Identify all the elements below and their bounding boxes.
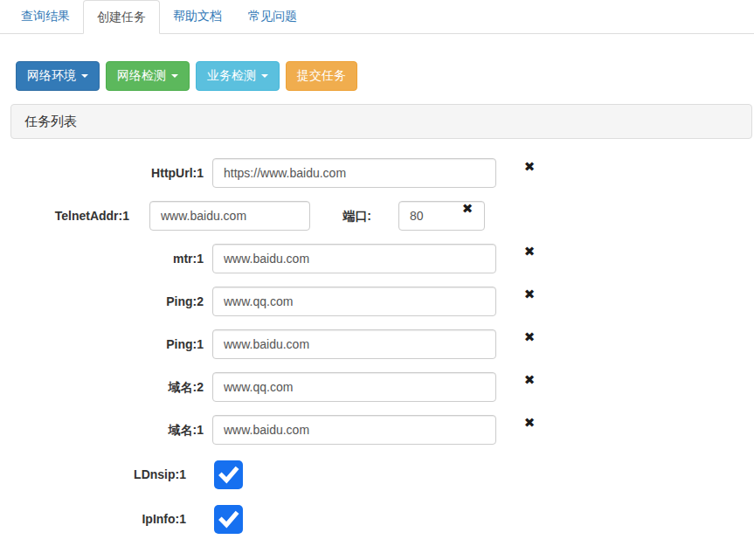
tab-create-task[interactable]: 创建任务 (83, 0, 160, 34)
checkmark-icon (217, 508, 240, 531)
network-env-dropdown-button[interactable]: 网络环境 (16, 61, 100, 91)
ipinfo-checkbox-checked[interactable] (214, 505, 243, 534)
network-env-button-label: 网络环境 (27, 68, 76, 84)
field-label-domain1: 域名:1 (0, 415, 204, 445)
checkmark-icon (217, 463, 240, 487)
mtr-input[interactable] (212, 244, 496, 273)
app-window: 查询结果 创建任务 帮助文档 常见问题 网络环境 网络检测 业务检测 提交任务 … (0, 0, 754, 560)
caret-down-icon (81, 74, 88, 78)
submit-task-button-label: 提交任务 (297, 68, 346, 84)
remove-row-icon[interactable]: ✖ (522, 245, 537, 259)
business-check-button-label: 业务检测 (207, 68, 256, 84)
ldnsip-checkbox-checked[interactable] (214, 460, 243, 489)
ping1-input[interactable] (212, 329, 496, 359)
network-check-dropdown-button[interactable]: 网络检测 (106, 61, 190, 91)
domain2-input[interactable] (212, 372, 496, 402)
submit-task-button[interactable]: 提交任务 (286, 61, 357, 91)
toolbar: 网络环境 网络检测 业务检测 提交任务 (16, 61, 754, 91)
telnetaddr-input[interactable] (149, 201, 310, 231)
caret-down-icon (261, 74, 268, 78)
task-list-panel-heading: 任务列表 (10, 104, 752, 139)
tab-bar: 查询结果 创建任务 帮助文档 常见问题 (0, 0, 754, 34)
remove-row-icon[interactable]: ✖ (522, 160, 537, 174)
business-check-dropdown-button[interactable]: 业务检测 (196, 61, 280, 91)
remove-row-icon[interactable]: ✖ (460, 202, 475, 216)
field-label-httpurl: HttpUrl:1 (0, 158, 204, 188)
field-label-ping1: Ping:1 (0, 329, 204, 359)
remove-row-icon[interactable]: ✖ (522, 373, 537, 387)
network-check-button-label: 网络检测 (117, 68, 166, 84)
tab-faq[interactable]: 常见问题 (235, 0, 310, 33)
remove-row-icon[interactable]: ✖ (522, 287, 537, 301)
field-label-telnetaddr: TelnetAddr:1 (0, 201, 129, 231)
httpurl-input[interactable] (212, 158, 496, 188)
domain1-input[interactable] (212, 415, 496, 445)
ping2-input[interactable] (212, 287, 496, 316)
caret-down-icon (171, 74, 178, 78)
field-label-ipinfo: IpInfo:1 (0, 505, 186, 534)
remove-row-icon[interactable]: ✖ (522, 330, 537, 344)
tab-query-results[interactable]: 查询结果 (8, 0, 83, 33)
field-label-domain2: 域名:2 (0, 372, 204, 402)
task-form: HttpUrl:1 ✖ TelnetAddr:1 端口: ✖ mtr:1 ✖ P… (0, 139, 754, 560)
tab-help-docs[interactable]: 帮助文档 (160, 0, 235, 33)
panel-title: 任务列表 (24, 114, 77, 130)
field-label-mtr: mtr:1 (0, 244, 204, 273)
field-label-ping2: Ping:2 (0, 287, 204, 316)
remove-row-icon[interactable]: ✖ (522, 416, 537, 430)
field-label-ldnsip: LDnsip:1 (0, 460, 186, 489)
port-label: 端口: (297, 201, 371, 231)
